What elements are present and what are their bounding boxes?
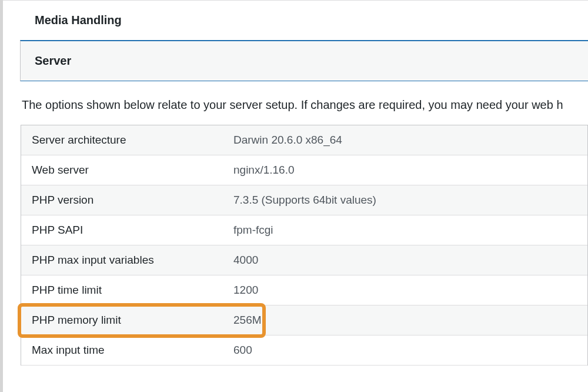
info-label: Web server xyxy=(21,155,223,185)
table-row: Web servernginx/1.16.0 xyxy=(21,155,587,185)
server-info-table: Server architectureDarwin 20.6.0 x86_64W… xyxy=(21,125,588,366)
section-header-media-handling[interactable]: Media Handling xyxy=(21,1,588,40)
info-label: PHP max input variables xyxy=(21,245,223,275)
info-value: 4000 xyxy=(223,245,587,275)
table-row: PHP max input variables4000 xyxy=(21,245,587,275)
table-row: PHP version7.3.5 (Supports 64bit values) xyxy=(21,185,587,215)
table-row: PHP time limit1200 xyxy=(21,275,587,305)
section-header-server[interactable]: Server xyxy=(20,40,588,81)
info-value: nginx/1.16.0 xyxy=(223,155,587,185)
info-label: PHP memory limit xyxy=(21,305,223,335)
info-label: Max input time xyxy=(21,335,223,366)
table-row: Max input time600 xyxy=(21,335,587,366)
info-label: PHP time limit xyxy=(21,275,223,305)
info-label: PHP SAPI xyxy=(21,215,223,245)
info-label: PHP version xyxy=(21,185,223,215)
info-value: Darwin 20.6.0 x86_64 xyxy=(223,125,587,155)
info-value: fpm-fcgi xyxy=(223,215,587,245)
info-value: 1200 xyxy=(223,275,587,305)
info-value: 7.3.5 (Supports 64bit values) xyxy=(223,185,587,215)
table-row: PHP SAPIfpm-fcgi xyxy=(21,215,587,245)
info-label: Server architecture xyxy=(21,125,223,155)
table-row: Server architectureDarwin 20.6.0 x86_64 xyxy=(21,125,587,155)
server-description: The options shown below relate to your s… xyxy=(21,81,588,125)
table-row: PHP memory limit256M xyxy=(21,305,587,335)
info-value: 256M xyxy=(223,305,587,335)
info-value: 600 xyxy=(223,335,587,366)
